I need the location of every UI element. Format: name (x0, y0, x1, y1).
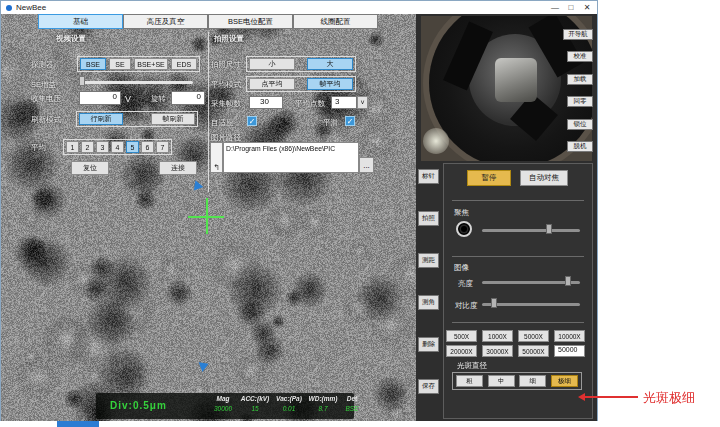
detector-bse-se-button[interactable]: BSE+SE (134, 58, 168, 70)
average-7-button[interactable]: 7 (156, 141, 169, 153)
connect-button[interactable]: 连接 (159, 161, 197, 175)
adaptive-label: 自适应 (211, 118, 234, 128)
delete-button[interactable]: 删除 (418, 337, 439, 352)
measure-angle-button[interactable]: 测角 (418, 295, 439, 310)
collect-voltage-input[interactable]: 0 (79, 91, 121, 105)
detector-se-button[interactable]: SE (109, 58, 131, 70)
app-window: NewBee — □ ✕ 基础 高压及真空 BSE电位配置 线圈配置 视频设置 … (0, 0, 598, 421)
avg-mode-label: 平均模式 (211, 80, 241, 90)
frames-input[interactable]: 30 (249, 96, 283, 109)
acc-value: 15 (251, 405, 258, 412)
taskbar-fragment (57, 421, 99, 427)
home-zero-button[interactable]: 回零 (567, 96, 593, 107)
lock-position-button[interactable]: 锁位 (567, 119, 593, 130)
points-select[interactable]: 3 (331, 96, 357, 109)
avg-mode-group: 点平均 帧平均 (246, 76, 356, 92)
status-bar: Div:0.5μm Mag30000 ACC:(kV)15 Vac:(Pa)0.… (96, 393, 354, 419)
mag-header: Mag (217, 395, 230, 402)
save-button[interactable]: 保存 (418, 379, 439, 394)
tab-bse-config[interactable]: BSE电位配置 (208, 14, 293, 29)
marker-tool-button[interactable]: 标针 (418, 169, 439, 184)
se-gain-label: SE增益 (31, 80, 56, 90)
mag-value: 30000 (214, 405, 232, 412)
pause-button[interactable]: 暂停 (467, 170, 511, 186)
average-group: 1 2 3 4 5 6 7 (63, 139, 172, 155)
window-title: NewBee (16, 3, 46, 12)
focus-knob-icon[interactable] (456, 221, 472, 237)
vac-value: 0.01 (283, 405, 296, 412)
tab-coil-config[interactable]: 线圈配置 (293, 14, 378, 29)
open-navigation-button[interactable]: 开导航 (563, 29, 593, 40)
brightness-label: 亮度 (458, 279, 473, 289)
size-small-button[interactable]: 小 (249, 58, 295, 70)
section-divider (208, 32, 209, 192)
annotation-text: 光斑极细 (643, 389, 695, 407)
detector-group: BSE SE BSE+SE EDS (77, 56, 200, 72)
average-4-button[interactable]: 4 (111, 141, 124, 153)
average-6-button[interactable]: 6 (141, 141, 154, 153)
detector-bse-button[interactable]: BSE (80, 58, 106, 70)
smooth-checkbox[interactable]: ✓ (345, 116, 355, 126)
focus-slider-thumb[interactable] (546, 224, 552, 234)
path-back-icon[interactable]: ↰ (210, 142, 223, 173)
frame-refresh-button[interactable]: 帧刷新 (151, 113, 195, 125)
tab-basic[interactable]: 基础 (38, 14, 123, 29)
divider (452, 200, 584, 201)
spot-diameter-label: 光斑直径 (457, 361, 487, 371)
se-gain-slider[interactable] (79, 78, 193, 88)
adaptive-checkbox[interactable]: ✓ (247, 116, 257, 126)
rotation-input[interactable]: 0 (171, 91, 205, 105)
reset-button[interactable]: 复位 (71, 161, 109, 175)
average-5-button[interactable]: 5 (126, 141, 139, 153)
photo-tool-button[interactable]: 拍照 (418, 211, 439, 226)
mag-500x-button[interactable]: 500X (446, 330, 477, 342)
line-refresh-button[interactable]: 行刷新 (79, 113, 123, 125)
autofocus-button[interactable]: 自动对焦 (520, 170, 568, 186)
div-scale-readout: Div:0.5μm (110, 400, 167, 411)
annotation-line (584, 396, 638, 398)
close-button[interactable]: ✕ (579, 1, 595, 14)
brightness-slider-thumb[interactable] (565, 276, 571, 286)
focus-slider[interactable] (482, 226, 580, 236)
refresh-mode-group: 行刷新 帧刷新 (76, 111, 198, 127)
average-3-button[interactable]: 3 (96, 141, 109, 153)
size-large-button[interactable]: 大 (307, 58, 353, 70)
mag-50000x-button[interactable]: 50000X (518, 345, 549, 357)
acc-header: ACC:(kV) (241, 395, 270, 402)
brightness-slider[interactable] (482, 278, 580, 288)
scan-controls-panel: 暂停 自动对焦 聚焦 图像 亮度 对比 (443, 163, 593, 419)
load-button[interactable]: 加载 (567, 74, 593, 85)
measure-distance-button[interactable]: 测距 (418, 253, 439, 268)
minimize-button[interactable]: — (547, 1, 563, 14)
mag-10000x-button[interactable]: 10000X (554, 330, 585, 342)
se-gain-slider-thumb[interactable] (79, 76, 85, 86)
point-average-button[interactable]: 点平均 (249, 78, 295, 90)
spot-ultrafine-button[interactable]: 极细 (551, 375, 578, 387)
rotation-label: 旋转 (151, 94, 166, 104)
maximize-button[interactable]: □ (563, 1, 579, 14)
browse-button[interactable]: ... (359, 157, 374, 173)
mag-input[interactable]: 50000 (554, 345, 585, 357)
contrast-slider[interactable] (482, 300, 580, 310)
mag-30000x-button[interactable]: 30000X (482, 345, 513, 357)
app-icon (6, 5, 12, 11)
spot-fine-button[interactable]: 细 (519, 375, 546, 387)
spot-coarse-button[interactable]: 粗 (456, 375, 483, 387)
spot-medium-button[interactable]: 中 (488, 375, 515, 387)
offline-button[interactable]: 脱机 (567, 141, 593, 152)
calibrate-button[interactable]: 校准 (567, 51, 593, 62)
mag-1000x-button[interactable]: 1000X (482, 330, 513, 342)
frame-average-button[interactable]: 帧平均 (307, 78, 353, 90)
average-2-button[interactable]: 2 (81, 141, 94, 153)
points-dropdown-arrow-icon[interactable]: ˅ (357, 96, 368, 109)
contrast-slider-thumb[interactable] (491, 298, 497, 308)
photo-settings-title: 拍照设置 (214, 34, 244, 44)
mag-5000x-button[interactable]: 5000X (518, 330, 549, 342)
average-1-button[interactable]: 1 (66, 141, 79, 153)
title-bar[interactable]: NewBee — □ ✕ (1, 1, 597, 14)
detector-eds-button[interactable]: EDS (171, 58, 197, 70)
mag-20000x-button[interactable]: 20000X (446, 345, 477, 357)
wd-header: WD:(mm) (309, 395, 338, 402)
tab-hv-vacuum[interactable]: 高压及真空 (123, 14, 208, 29)
path-textarea[interactable]: D:\Program Files (x86)\NewBee\PIC (223, 142, 359, 173)
